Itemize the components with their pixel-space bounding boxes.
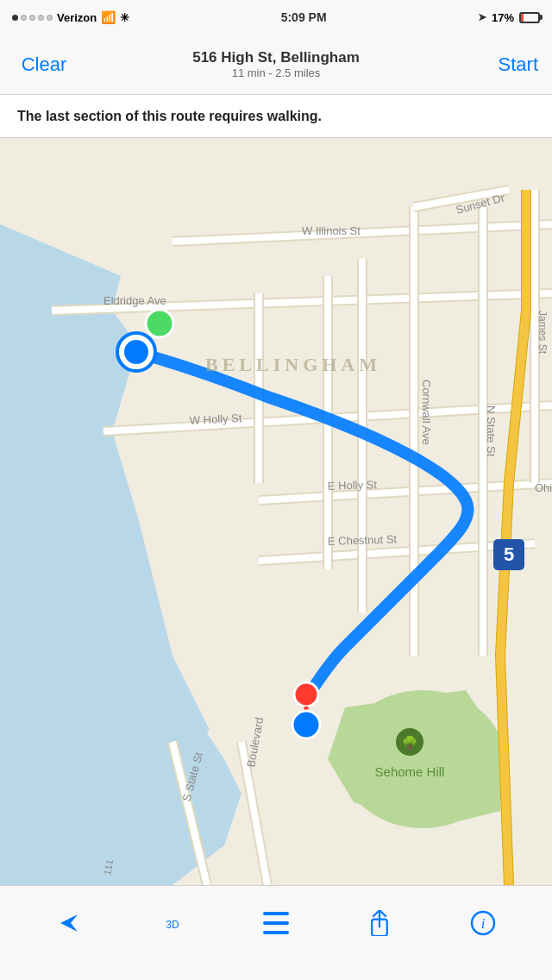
nav-title: 516 High St, Bellingham 11 min - 2.5 mil… <box>74 49 478 79</box>
signal-dot-4 <box>38 15 44 21</box>
info-icon: i <box>470 910 496 939</box>
svg-point-40 <box>124 340 148 364</box>
share-icon <box>367 910 392 939</box>
svg-rect-66 <box>263 921 289 925</box>
svg-text:James St: James St <box>536 311 549 355</box>
location-button[interactable] <box>43 910 95 939</box>
destination-title: 516 High St, Bellingham <box>74 49 478 66</box>
carrier-label: Verizon <box>57 11 97 24</box>
clear-button[interactable]: Clear <box>14 53 74 76</box>
svg-text:N State St: N State St <box>485 405 498 457</box>
signal-dot-1 <box>12 15 18 21</box>
signal-dot-5 <box>47 15 53 21</box>
svg-text:5: 5 <box>504 543 514 565</box>
svg-point-45 <box>299 718 313 732</box>
svg-text:W Holly St: W Holly St <box>189 411 242 427</box>
nav-header: Clear 516 High St, Bellingham 11 min - 2… <box>0 35 552 95</box>
loading-icon: ✳ <box>120 11 129 24</box>
bottom-toolbar: 3D i <box>0 885 552 980</box>
svg-text:Cornwall Ave: Cornwall Ave <box>420 380 433 445</box>
wifi-icon: 📶 <box>101 10 116 24</box>
svg-text:E Chestnut St: E Chestnut St <box>328 532 398 548</box>
share-button[interactable] <box>354 910 405 939</box>
3d-label: 3D <box>166 919 179 931</box>
svg-rect-67 <box>263 931 289 934</box>
svg-point-42 <box>294 682 318 707</box>
map-container[interactable]: 5 BELLINGHAM W Illinois St Eldridge Ave … <box>0 138 552 885</box>
svg-rect-65 <box>263 912 289 915</box>
status-time: 5:09 PM <box>281 10 327 24</box>
svg-text:🌳: 🌳 <box>401 735 418 751</box>
battery-fill <box>521 14 524 22</box>
battery-percent: 17% <box>492 11 514 24</box>
svg-text:i: i <box>481 915 486 932</box>
info-button[interactable]: i <box>457 910 509 939</box>
svg-text:Sehome Hill: Sehome Hill <box>375 764 445 779</box>
walking-notice: The last section of this route requires … <box>0 95 552 138</box>
signal-dots <box>12 15 53 21</box>
map-svg: 5 BELLINGHAM W Illinois St Eldridge Ave … <box>0 138 552 885</box>
signal-dot-2 <box>21 15 27 21</box>
3d-button[interactable]: 3D <box>147 919 198 931</box>
status-left: Verizon 📶 ✳ <box>12 10 129 24</box>
walking-notice-text: The last section of this route requires … <box>17 109 322 124</box>
battery-icon <box>519 12 540 23</box>
signal-dot-3 <box>29 15 35 21</box>
svg-point-41 <box>146 310 173 337</box>
start-button[interactable]: Start <box>478 53 538 76</box>
svg-text:Ohio: Ohio <box>535 481 552 494</box>
svg-text:Eldridge Ave: Eldridge Ave <box>104 294 166 307</box>
svg-text:E Holly St: E Holly St <box>328 478 378 493</box>
location-icon <box>56 910 82 939</box>
location-arrow-icon: ➤ <box>478 11 486 23</box>
list-button[interactable] <box>250 912 302 938</box>
status-bar: Verizon 📶 ✳ 5:09 PM ➤ 17% <box>0 0 552 35</box>
status-right: ➤ 17% <box>478 11 540 24</box>
svg-text:W Illinois St: W Illinois St <box>302 224 361 237</box>
route-info: 11 min - 2.5 miles <box>74 66 478 79</box>
list-icon <box>263 912 289 938</box>
svg-text:BELLINGHAM: BELLINGHAM <box>205 354 381 375</box>
